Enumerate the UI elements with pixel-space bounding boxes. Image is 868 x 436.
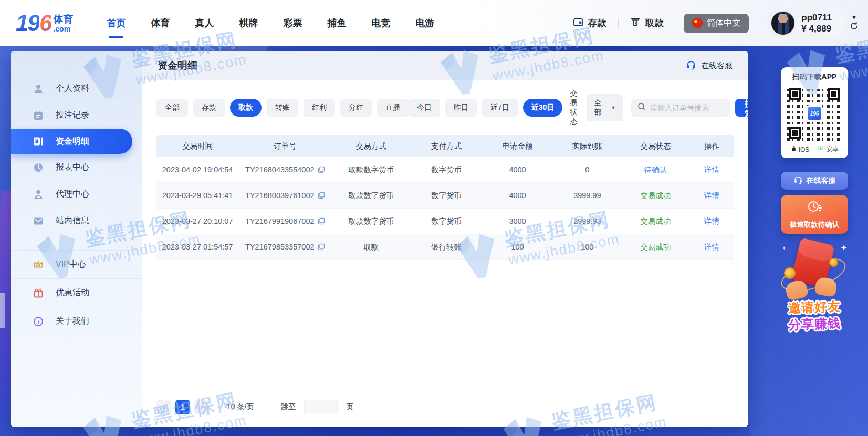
online-service-button[interactable]: 在线客服 [781,172,848,190]
apple-icon [790,146,797,154]
sidebar-item-bet-records[interactable]: 投注记录 [11,102,142,129]
copy-icon[interactable] [318,166,325,173]
cell-method: 取款数字货币 [331,216,411,226]
date-status-search: 今日 昨日 近7日 近30日 交易状态 全部 ▼ [409,89,748,127]
headset-icon [793,175,803,186]
funds-icon: ¥ [33,136,44,147]
filter-deposit[interactable]: 存款 [193,99,225,117]
cell-pay: 银行转账 [411,242,482,252]
chevron-down-icon: ▼ [611,105,615,110]
withdraw-button[interactable]: 取款 [630,17,664,30]
nav-cards[interactable]: 棋牌 [238,14,259,33]
filter-all[interactable]: 全部 [156,99,188,117]
copy-icon[interactable] [318,217,325,225]
date-today[interactable]: 今日 [409,99,440,117]
divider [813,147,813,152]
nav-lottery[interactable]: 彩票 [282,14,303,33]
sparkle-icon: ✦ [840,243,847,253]
detail-link[interactable]: 详情 [704,191,719,201]
jump-suffix: 页 [346,402,353,412]
copy-icon[interactable] [318,243,325,251]
withdraw-atm-icon [630,17,641,30]
sidebar-label: 报表中心 [56,162,89,173]
detail-link[interactable]: 详情 [704,216,719,226]
ios-download[interactable]: IOS [790,146,810,154]
sidebar-item-reports[interactable]: 报表中心 [11,154,142,181]
sidebar-item-about[interactable]: i 关于我们 [11,307,142,335]
sidebar-item-promotions[interactable]: 优惠活动 [11,278,142,307]
invite-friends-promo[interactable]: ✦ ✦ 邀请好友 分享赚钱 [781,240,848,334]
qr-platforms: IOS 安卓 [790,145,839,154]
table-row: 2023-03-29 05:41:41 TY21680039761002 取款数… [156,183,734,209]
filter-bar: 全部 存款 取款 转账 红利 分红 直播 今日 昨日 近7日 近30 [156,89,734,127]
user-menu-caret-icon[interactable]: ▾ [852,14,855,20]
filter-dividend[interactable]: 分红 [340,99,372,117]
deposit-button[interactable]: 存款 [573,17,606,30]
fast-withdraw-button[interactable]: 极速取款待确认 [781,195,848,234]
sidebar-item-agent[interactable]: 代理中心 [11,181,142,207]
user-account[interactable]: pp0711 ¥ 4,889 [767,8,845,38]
order-search-input[interactable] [650,103,724,112]
site-logo[interactable]: 19 6 体育 .com [16,10,73,36]
sidebar-item-profile[interactable]: 个人资料 [11,75,142,102]
sidebar-item-funds-detail[interactable]: ¥ 资金明细 [11,129,132,154]
status-dropdown[interactable]: 全部 ▼ [587,94,623,121]
nav-home[interactable]: 首页 [106,14,127,33]
filter-bonus[interactable]: 红利 [304,99,335,117]
filter-withdraw[interactable]: 取款 [230,99,262,117]
detail-link[interactable]: 详情 [704,242,719,252]
cell-order: TY21680039761002 [238,191,331,200]
logo-number: 19 [16,10,39,36]
detail-link[interactable]: 详情 [704,165,719,175]
language-selector[interactable]: 简体中文 [684,14,749,33]
filter-live[interactable]: 直播 [377,99,409,117]
nav-games[interactable]: 电游 [414,14,435,33]
page-1-button[interactable]: 1 [175,400,190,414]
search-button[interactable]: 搜索 [735,99,748,117]
table-row: 2023-04-02 19:04:54 TY21680433554002 取款数… [156,157,734,183]
online-service-link[interactable]: 在线客服 [686,60,733,72]
th-action: 操作 [690,141,734,151]
nav-fishing[interactable]: 捕鱼 [326,14,347,33]
th-order: 订单号 [238,141,331,151]
prev-page-button[interactable]: ‹ [156,400,171,414]
coin-icon [784,267,796,279]
copy-icon[interactable] [318,192,325,199]
promo-text-line1: 邀请好友 [780,298,848,317]
content-area: 资金明细 在线客服 全部 存款 取款 [142,51,748,427]
cell-pay: 数字货币 [411,165,482,175]
sidebar-label: 关于我们 [56,316,89,327]
sidebar-label: 优惠活动 [56,287,89,298]
content-header: 资金明细 在线客服 [142,51,748,80]
nav-esports[interactable]: 电竞 [370,14,391,33]
status-filter-label: 交易状态 [570,89,581,127]
next-page-button[interactable]: › [194,400,209,414]
sidebar-item-vip[interactable]: VIP中心 [11,250,142,278]
th-status: 交易状态 [621,141,689,151]
th-time: 交易时间 [156,141,238,151]
android-download[interactable]: 安卓 [817,145,839,154]
order-number: TY21679853357002 [245,243,314,251]
date-30days[interactable]: 近30日 [523,99,563,117]
cell-order: TY21679919067002 [238,217,331,225]
order-search-box [631,99,730,117]
online-service-label: 在线客服 [701,61,733,71]
sidebar-label: 个人资料 [56,83,89,94]
qr-code: 196 [787,86,842,141]
refresh-balance-icon[interactable] [850,22,859,33]
svg-text:¥: ¥ [35,138,39,144]
filter-transfer[interactable]: 转账 [267,99,298,117]
jump-page-input[interactable] [304,400,338,414]
nav-sports[interactable]: 体育 [150,14,171,33]
qr-title: 扫码下载APP [792,72,837,82]
headset-icon [686,60,696,72]
qr-finder-icon [789,127,801,139]
deposit-card-icon [573,17,583,30]
sidebar-item-messages[interactable]: 站内信息 [11,207,142,234]
nav-live[interactable]: 真人 [194,14,215,33]
order-number: TY21680433554002 [245,165,314,174]
china-flag-icon [692,18,703,28]
cell-actual: 2999.93 [553,217,621,225]
date-7days[interactable]: 近7日 [482,99,518,117]
date-yesterday[interactable]: 昨日 [445,99,477,117]
